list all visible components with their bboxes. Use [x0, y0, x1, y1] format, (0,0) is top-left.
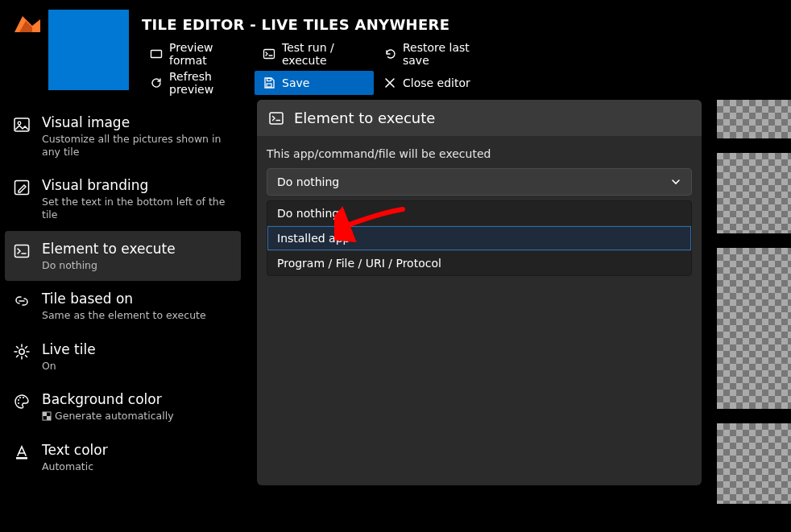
- refresh-button[interactable]: Refresh preview: [142, 71, 253, 95]
- execute-type-dropdown: Do nothing Installed app Program / File …: [267, 200, 692, 276]
- save-button[interactable]: Save: [255, 71, 374, 95]
- sidebar-item-label: Background color: [42, 391, 174, 407]
- svg-rect-16: [43, 412, 47, 416]
- restore-button[interactable]: Restore last save: [375, 42, 496, 66]
- app-title: TILE EDITOR - LIVE TILES ANYWHERE: [142, 16, 449, 33]
- sidebar-item-visual-branding[interactable]: Visual brandingSet the text in the botto…: [0, 167, 246, 230]
- palette-icon: [13, 393, 31, 410]
- svg-rect-3: [264, 50, 275, 59]
- image-icon: [13, 116, 31, 134]
- refresh-label: Refresh preview: [169, 70, 245, 96]
- sidebar-item-sub: Set the text in the bottom left of the t…: [42, 196, 233, 221]
- chevron-down-icon: [670, 176, 681, 188]
- sidebar-item-sub: Same as the element to execute: [42, 309, 206, 322]
- element-to-execute-panel: Element to execute This app/command/file…: [257, 100, 702, 485]
- svg-rect-5: [267, 79, 271, 81]
- save-label: Save: [282, 76, 309, 89]
- panel-header: Element to execute: [257, 100, 702, 136]
- terminal-icon: [13, 242, 31, 260]
- tile-preview-medium: [717, 248, 791, 409]
- sidebar-item-element-to-execute[interactable]: Element to executeDo nothing: [5, 231, 241, 282]
- tile-preview-wide-small: [717, 100, 791, 138]
- combo-selected-value: Do nothing: [277, 175, 339, 188]
- svg-rect-18: [16, 457, 27, 460]
- sidebar-item-label: Visual branding: [42, 177, 233, 193]
- svg-point-11: [18, 399, 19, 401]
- save-icon: [263, 76, 275, 89]
- svg-rect-2: [151, 51, 162, 58]
- undo-icon: [383, 47, 396, 60]
- sidebar-item-text-color[interactable]: Text colorAutomatic: [0, 432, 246, 483]
- svg-point-13: [23, 397, 24, 398]
- restore-label: Restore last save: [403, 41, 488, 67]
- edit-icon: [13, 179, 31, 196]
- sidebar-item-label: Tile based on: [42, 291, 206, 307]
- sidebar-item-background-color[interactable]: Background colorGenerate automatically: [0, 381, 246, 432]
- svg-point-7: [18, 122, 21, 125]
- app-logo-icon: [14, 16, 40, 32]
- field-label: This app/command/file will be executed: [267, 147, 692, 160]
- preview-format-label: Preview format: [169, 41, 245, 67]
- close-icon: [383, 76, 396, 89]
- rectangle-icon: [150, 47, 163, 60]
- sidebar-item-sub: Automatic: [42, 460, 108, 473]
- svg-rect-17: [47, 416, 51, 420]
- link-icon: [13, 292, 31, 310]
- sidebar-item-label: Live tile: [42, 341, 96, 357]
- sidebar-item-visual-image[interactable]: Visual imageCustomize all the pictures s…: [0, 105, 246, 167]
- svg-rect-6: [14, 118, 29, 131]
- sidebar-item-sub: Customize all the pictures shown in any …: [42, 133, 233, 158]
- svg-point-14: [18, 402, 19, 404]
- terminal-icon: [268, 110, 284, 126]
- sidebar-item-label: Visual image: [42, 114, 233, 130]
- test-run-label: Test run / execute: [282, 41, 366, 67]
- sidebar-item-label: Text color: [42, 442, 108, 458]
- dropdown-item-program-file-uri[interactable]: Program / File / URI / Protocol: [267, 250, 691, 275]
- svg-rect-4: [267, 84, 271, 87]
- tile-preview-small: [717, 153, 791, 233]
- dropdown-item-do-nothing[interactable]: Do nothing: [267, 201, 691, 225]
- panel-title: Element to execute: [294, 109, 435, 126]
- sidebar-item-label: Element to execute: [42, 241, 176, 257]
- svg-rect-9: [15, 245, 29, 257]
- sun-icon: [13, 343, 31, 361]
- tile-preview-large: [717, 423, 791, 504]
- sidebar-item-sub: On: [42, 360, 96, 373]
- sidebar: Visual imageCustomize all the pictures s…: [0, 100, 246, 532]
- sidebar-item-tile-based-on[interactable]: Tile based onSame as the element to exec…: [0, 281, 246, 332]
- tile-size-previews: [717, 100, 791, 504]
- svg-point-12: [19, 397, 21, 398]
- preview-format-button[interactable]: Preview format: [142, 42, 253, 66]
- execute-type-combo[interactable]: Do nothing: [267, 168, 692, 196]
- sidebar-item-live-tile[interactable]: Live tileOn: [0, 332, 246, 382]
- sidebar-item-sub: Generate automatically: [42, 410, 174, 423]
- close-button[interactable]: Close editor: [375, 71, 496, 95]
- test-run-button[interactable]: Test run / execute: [255, 42, 374, 66]
- refresh-icon: [150, 76, 163, 89]
- close-label: Close editor: [403, 76, 470, 89]
- text-color-icon: [13, 443, 31, 461]
- toolbar: Preview format Test run / execute Restor…: [142, 42, 496, 95]
- svg-rect-19: [270, 113, 283, 124]
- svg-point-10: [19, 349, 24, 354]
- terminal-icon: [263, 47, 275, 60]
- tile-preview-thumbnail: [48, 10, 129, 90]
- sidebar-item-sub: Do nothing: [42, 259, 176, 272]
- dropdown-item-installed-app[interactable]: Installed app: [267, 225, 691, 250]
